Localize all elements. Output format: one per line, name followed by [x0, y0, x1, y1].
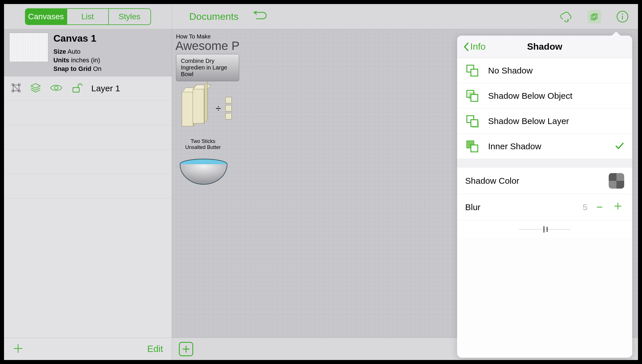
small-cubes-graphic[interactable]	[225, 95, 243, 121]
shadow-popover: Info Shadow No Shadow	[457, 36, 632, 358]
shadow-option-no-shadow[interactable]: No Shadow	[457, 58, 632, 83]
visibility-icon[interactable]	[50, 84, 63, 93]
sidebar: Canvases List Styles Canvas 1 Size Auto	[4, 4, 172, 360]
no-shadow-icon	[465, 63, 479, 78]
info-icon[interactable]	[616, 10, 629, 24]
svg-rect-8	[73, 88, 79, 92]
blur-decrement-button[interactable]: −	[593, 201, 606, 213]
list-row	[4, 125, 172, 150]
list-row	[4, 150, 172, 174]
shadow-option-below-object[interactable]: Shadow Below Object	[457, 83, 632, 109]
doc-title: Awesome P	[175, 39, 239, 53]
cloud-sync-icon[interactable]	[559, 10, 573, 24]
tab-canvases[interactable]: Canvases	[26, 9, 67, 24]
undo-icon[interactable]	[253, 10, 267, 24]
device-frame: Canvases List Styles Canvas 1 Size Auto	[0, 0, 642, 364]
blur-value: 5	[583, 202, 587, 212]
canvas-meta-size-label: Size	[53, 48, 66, 55]
canvases-stack-icon[interactable]	[587, 10, 601, 24]
unlocked-icon[interactable]	[71, 83, 83, 94]
popover-back-label: Info	[470, 41, 486, 52]
canvas-meta-units-label: Units	[53, 57, 69, 64]
canvas-meta-snap-label: Snap to Grid	[53, 65, 91, 72]
popover-header: Info Shadow	[457, 36, 632, 58]
layers-icon[interactable]	[30, 83, 41, 94]
canvas-thumbnail	[9, 33, 48, 62]
svg-marker-6	[31, 84, 40, 88]
svg-rect-30	[471, 145, 478, 152]
sidebar-footer: Edit	[4, 338, 172, 360]
list-row	[4, 174, 172, 198]
shadow-color-label: Shadow Color	[465, 176, 519, 186]
main-toolbar: Documents	[172, 4, 638, 29]
blur-slider-row	[457, 220, 632, 238]
shadow-option-label: Shadow Below Object	[488, 91, 573, 101]
popover-back-button[interactable]: Info	[463, 41, 486, 52]
canvas-info: Canvas 1 Size Auto Units inches (in) Sna…	[53, 33, 101, 73]
shadow-color-swatch[interactable]	[609, 173, 624, 189]
shadow-option-label: No Shadow	[488, 66, 533, 75]
canvas-title: Canvas 1	[53, 33, 101, 44]
layer-row[interactable]: Layer 1	[4, 76, 172, 101]
svg-line-5	[14, 86, 18, 90]
plus-symbol-graphic: ÷	[216, 103, 221, 114]
shadow-option-label: Shadow Below Layer	[488, 116, 569, 126]
canvas-meta-units-value: inches (in)	[71, 57, 100, 64]
blur-row: Blur 5 −	[457, 194, 632, 220]
shadow-color-row[interactable]: Shadow Color	[457, 168, 632, 194]
app-screen: Canvases List Styles Canvas 1 Size Auto	[4, 4, 638, 360]
svg-rect-21	[471, 69, 478, 76]
shadow-below-layer-icon	[465, 114, 479, 128]
butter-label-line1: Two Sticks	[183, 138, 223, 144]
blur-slider[interactable]	[519, 224, 571, 234]
shadow-below-object-icon	[465, 89, 479, 103]
butter-label-line2: Unsalted Butter	[183, 144, 223, 150]
shadow-option-below-layer[interactable]: Shadow Below Layer	[457, 109, 632, 134]
canvas-meta-snap-value: On	[93, 65, 101, 72]
checkmark-icon	[615, 142, 624, 151]
edit-button[interactable]: Edit	[147, 344, 163, 354]
tab-list[interactable]: List	[67, 9, 109, 24]
shadow-option-inner[interactable]: Inner Shadow	[457, 134, 632, 159]
sidebar-toolbar: Canvases List Styles	[4, 4, 172, 29]
butter-sticks-graphic[interactable]	[179, 86, 211, 131]
butter-label: Two Sticks Unsalted Butter	[183, 138, 223, 150]
documents-button[interactable]: Documents	[189, 11, 239, 22]
shadow-option-label: Inner Shadow	[488, 142, 541, 151]
selection-icon[interactable]	[11, 83, 21, 94]
svg-rect-24	[471, 94, 478, 101]
svg-rect-27	[471, 120, 478, 127]
inner-shadow-icon	[465, 139, 479, 154]
bowl-graphic[interactable]	[179, 158, 228, 187]
sidebar-tab-segmented: Canvases List Styles	[25, 8, 151, 25]
blur-increment-button[interactable]	[612, 201, 624, 213]
canvas-row-selected[interactable]: Canvas 1 Size Auto Units inches (in) Sna…	[4, 29, 172, 76]
svg-point-15	[622, 13, 623, 15]
step-box[interactable]: Combine Dry Ingredien in Large Bowl	[176, 54, 239, 81]
list-row	[4, 101, 172, 125]
shadow-options-list: No Shadow Shadow Below Object	[457, 58, 632, 159]
layer-name: Layer 1	[91, 84, 120, 93]
add-button[interactable]	[13, 343, 24, 355]
blur-label: Blur	[465, 202, 480, 212]
canvas-meta-size-value: Auto	[67, 48, 80, 55]
popover-section-gap	[457, 159, 632, 168]
draw-shape-icon[interactable]	[179, 342, 193, 356]
svg-point-7	[55, 86, 58, 90]
tab-styles[interactable]: Styles	[109, 9, 150, 24]
